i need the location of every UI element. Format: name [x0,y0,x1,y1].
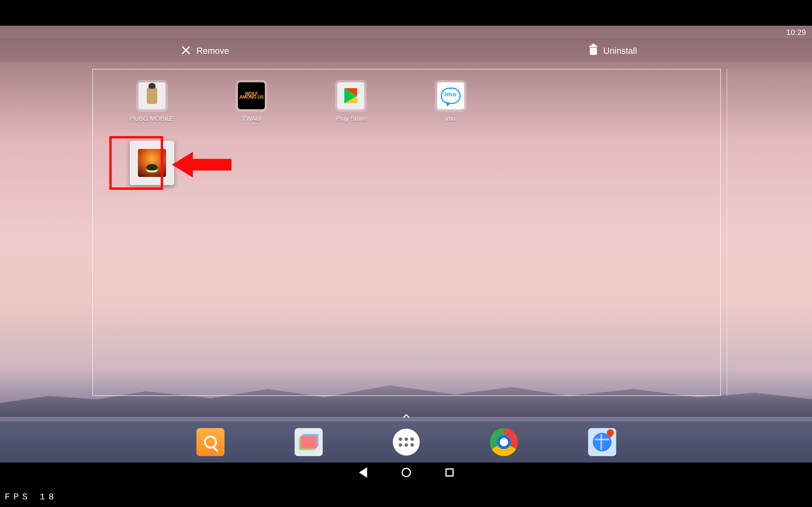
dock-search-app[interactable] [196,428,224,456]
square-recents-icon [445,468,453,476]
app-play-store[interactable]: Play Store [313,82,389,122]
navigation-bar [0,462,812,482]
fps-overlay: FPS 18 [5,492,57,502]
gallery-icon [300,436,317,448]
app-icon-twau: WOLF AMONG US [238,82,265,109]
dock-browser-app[interactable] [588,428,616,456]
fps-label: FPS [5,492,31,502]
annotation-arrow-icon [172,152,232,177]
search-icon [204,436,217,448]
app-drawer-handle[interactable] [402,411,410,420]
close-icon [181,46,191,55]
app-pubg-mobile[interactable]: PUBG MOBILE [114,82,190,122]
app-label: imo [445,115,456,122]
app-label: TWAU [242,115,261,122]
app-label: Play Store [336,115,366,122]
app-grid: PUBG MOBILE WOLF AMONG US TWAU Play Stor… [93,69,720,185]
annotation-highlight-box [109,136,163,190]
trash-icon [589,46,598,55]
dock-chrome-app[interactable] [490,428,518,456]
circle-home-icon [401,468,410,477]
fps-value: 18 [40,492,57,502]
remove-label: Remove [197,45,229,55]
drag-action-bar: Remove Uninstall [0,39,812,62]
nav-back-button[interactable] [357,467,368,478]
app-twau[interactable]: WOLF AMONG US TWAU [213,82,290,122]
remove-dropzone[interactable]: Remove [181,45,229,55]
app-imo[interactable]: imo imo [412,82,489,122]
letterbox-top [0,0,812,25]
hotseat-dock [0,420,812,462]
app-being-dragged[interactable] [114,141,190,185]
dock-gallery-app[interactable] [294,428,322,456]
nav-home-button[interactable] [400,467,412,478]
uninstall-label: Uninstall [603,45,637,55]
homescreen-page[interactable]: PUBG MOBILE WOLF AMONG US TWAU Play Stor… [93,69,721,396]
app-icon-pubg [139,82,165,109]
nav-recents-button[interactable] [444,467,455,478]
chevron-up-icon [402,413,410,419]
play-store-icon [338,82,364,109]
triangle-back-icon [359,467,367,478]
status-bar: 10:29 [0,25,812,39]
dock-all-apps-button[interactable] [393,429,419,455]
uninstall-dropzone[interactable]: Uninstall [589,45,637,55]
app-icon-imo: imo [437,82,464,109]
app-label: PUBG MOBILE [130,115,174,122]
status-clock: 10:29 [786,27,806,36]
homescreen-page-next[interactable] [726,69,812,396]
letterbox-bottom [0,483,812,507]
